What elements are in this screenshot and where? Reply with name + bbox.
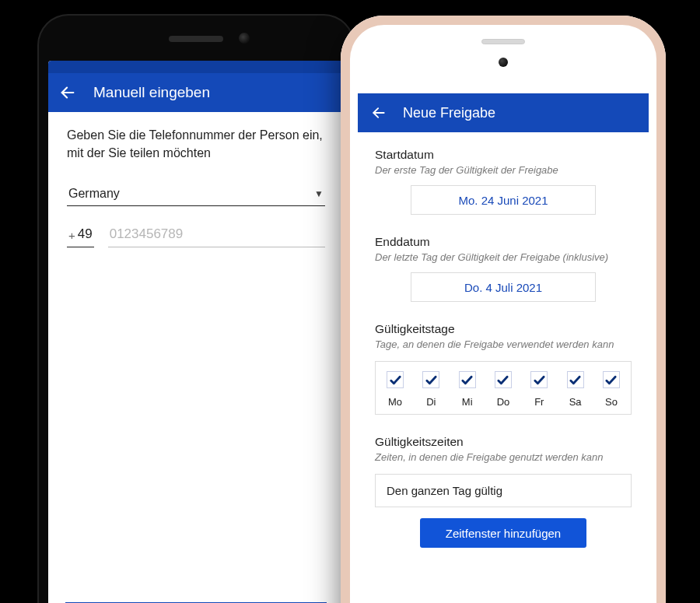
dial-code[interactable]: + 49 [67, 223, 94, 247]
country-select-value: Germany [68, 187, 120, 201]
day-label: Sa [569, 396, 582, 408]
day-sa-checkbox[interactable] [567, 371, 584, 388]
day-label: Di [426, 396, 436, 408]
day-fr-checkbox[interactable] [530, 371, 548, 388]
day-mi-checkbox[interactable] [459, 371, 476, 388]
back-arrow-icon[interactable] [370, 104, 387, 121]
ios-appbar: Neue Freigabe [358, 93, 649, 132]
day-label: So [605, 396, 618, 408]
end-date-picker[interactable]: Do. 4 Juli 2021 [411, 272, 596, 302]
day-so: So [603, 371, 620, 408]
back-arrow-icon[interactable] [59, 84, 76, 101]
end-date-label: Enddatum [375, 235, 632, 249]
iphone-camera [499, 58, 508, 67]
iphone-screen: Neue Freigabe Startdatum Der erste Tag d… [358, 93, 649, 603]
android-content: Geben Sie die Telefonnummer der Person e… [48, 112, 344, 261]
start-date-label: Startdatum [375, 148, 632, 162]
start-date-picker[interactable]: Mo. 24 Juni 2021 [411, 185, 596, 215]
iphone-speaker [481, 39, 525, 44]
valid-days-section: Gültigkeitstage Tage, an denen die Freig… [375, 322, 632, 415]
valid-times-sub: Zeiten, in denen die Freigabe genutzt we… [375, 451, 632, 463]
day-mo: Mo [387, 371, 404, 408]
android-screen: Manuell eingeben Geben Sie die Telefonnu… [48, 61, 344, 603]
valid-times-label: Gültigkeitszeiten [375, 435, 632, 449]
android-appbar-title: Manuell eingeben [93, 84, 210, 101]
valid-times-section: Gültigkeitszeiten Zeiten, in denen die F… [375, 435, 632, 548]
android-phone-frame: Manuell eingeben Geben Sie die Telefonnu… [37, 14, 355, 603]
day-di: Di [422, 371, 439, 408]
day-label: Mi [462, 396, 473, 408]
day-label: Fr [534, 396, 544, 408]
android-camera [239, 33, 250, 44]
all-day-field[interactable]: Den ganzen Tag gültig [375, 474, 632, 507]
day-di-checkbox[interactable] [422, 371, 439, 388]
valid-days-label: Gültigkeitstage [375, 322, 632, 336]
iphone-frame: Neue Freigabe Startdatum Der erste Tag d… [341, 16, 666, 603]
start-date-value: Mo. 24 Juni 2021 [458, 194, 548, 207]
ios-appbar-title: Neue Freigabe [403, 105, 495, 121]
day-label: Mo [388, 396, 402, 408]
days-box: Mo Di Mi Do [375, 361, 632, 415]
all-day-value: Den ganzen Tag gültig [387, 484, 502, 497]
start-date-section: Startdatum Der erste Tag der Gültigkeit … [375, 148, 632, 215]
add-timeslot-button[interactable]: Zeitfenster hinzufügen [420, 518, 587, 548]
day-fr: Fr [530, 371, 548, 408]
ios-content: Startdatum Der erste Tag der Gültigkeit … [358, 132, 649, 603]
end-date-section: Enddatum Der letzte Tag der Gültigkeit d… [375, 235, 632, 302]
dial-code-value: 49 [78, 226, 93, 242]
android-appbar: Manuell eingeben [48, 73, 344, 112]
day-mi: Mi [459, 371, 476, 408]
day-sa: Sa [567, 371, 584, 408]
android-statusbar [48, 61, 344, 73]
day-do-checkbox[interactable] [495, 371, 512, 388]
add-timeslot-label: Zeitfenster hinzufügen [446, 527, 561, 540]
day-mo-checkbox[interactable] [387, 371, 404, 388]
start-date-sub: Der erste Tag der Gültigkeit der Freigab… [375, 164, 632, 176]
chevron-down-icon: ▼ [314, 188, 324, 199]
end-date-value: Do. 4 Juli 2021 [464, 281, 542, 294]
phone-row: + 49 [67, 223, 325, 247]
android-speaker [169, 36, 223, 42]
day-label: Do [497, 396, 510, 408]
day-so-checkbox[interactable] [603, 371, 620, 388]
phone-input[interactable] [108, 223, 325, 247]
end-date-sub: Der letzte Tag der Gültigkeit der Freiga… [375, 251, 632, 263]
country-select[interactable]: Germany ▼ [67, 184, 325, 206]
plus-sign: + [68, 229, 75, 242]
day-do: Do [495, 371, 512, 408]
instruction-text: Geben Sie die Telefonnummer der Person e… [67, 126, 325, 162]
valid-days-sub: Tage, an denen die Freigabe verwendet we… [375, 338, 632, 350]
